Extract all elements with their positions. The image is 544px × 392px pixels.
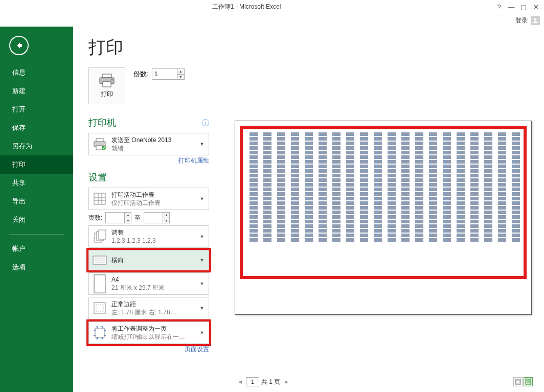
orientation-dropdown[interactable]: 横向 ▼	[88, 250, 209, 270]
prev-page-button[interactable]: ◀	[236, 378, 244, 386]
paper-size-dropdown[interactable]: A4 21 厘米 x 29.7 厘米 ▼	[88, 272, 209, 295]
print-button[interactable]: 打印	[88, 67, 125, 104]
orientation-highlight: 横向 ▼	[88, 250, 209, 270]
printer-status: 就绪	[111, 144, 198, 152]
chevron-down-icon: ▼	[198, 281, 206, 286]
sidebar-item-new[interactable]: 新建	[0, 82, 73, 100]
print-settings-panel: 打印 打印 份数: ▲▼ 打印机 i	[73, 27, 216, 392]
back-button[interactable]	[9, 36, 29, 55]
svg-point-4	[111, 79, 113, 80]
settings-section-heading: 设置	[88, 171, 209, 183]
chevron-down-icon: ▼	[198, 258, 206, 263]
scaling-dropdown[interactable]: 将工作表调整为一页 缩减打印输出以显示在一… ▼	[88, 321, 209, 344]
chevron-down-icon: ▼	[198, 234, 206, 239]
sidebar-item-close[interactable]: 关闭	[0, 211, 73, 229]
svg-rect-3	[103, 82, 111, 87]
preview-footer: ◀ 共 1 页 ▶	[225, 375, 535, 389]
printer-section-heading: 打印机 i	[88, 117, 209, 129]
minimize-button[interactable]: —	[505, 2, 517, 12]
backstage-content: 打印 打印 份数: ▲▼ 打印机 i	[73, 27, 544, 392]
svg-point-0	[534, 18, 537, 20]
svg-rect-16	[99, 230, 106, 239]
print-preview-panel: ◀ 共 1 页 ▶	[216, 27, 544, 392]
landscape-icon	[92, 252, 107, 268]
page-total-label: 共 1 页	[261, 378, 280, 386]
page-range-row: 页数: ▲▼ 至 ▲▼	[88, 212, 209, 223]
help-icon[interactable]: ?	[493, 2, 505, 12]
current-page-input[interactable]	[246, 377, 259, 386]
print-range-dropdown[interactable]: 打印活动工作表 仅打印活动工作表 ▼	[88, 188, 209, 210]
title-bar: 工作簿1 - Microsoft Excel ? — ▢ ✕	[0, 0, 544, 14]
backstage-main: 信息 新建 打开 保存 另存为 打印 共享 导出 关闭 帐户 选项 打印 打印	[0, 27, 544, 392]
show-margins-button[interactable]	[513, 377, 523, 386]
print-button-label: 打印	[101, 90, 113, 99]
sidebar-item-saveas[interactable]: 另存为	[0, 137, 73, 155]
pages-label: 页数:	[88, 214, 102, 222]
svg-rect-1	[102, 74, 111, 78]
copies-spinbox[interactable]: ▲▼	[152, 68, 185, 80]
printer-dropdown[interactable]: 发送至 OneNote 2013 就绪 ▼	[88, 133, 209, 155]
chevron-down-icon: ▼	[198, 196, 206, 201]
svg-rect-21	[94, 274, 105, 292]
copies-spinner[interactable]: ▲▼	[177, 69, 184, 79]
svg-rect-22	[94, 303, 105, 314]
collate-icon	[92, 229, 107, 244]
svg-rect-6	[96, 139, 103, 142]
svg-rect-26	[516, 380, 519, 383]
info-icon[interactable]: i	[202, 119, 209, 126]
sidebar-item-info[interactable]: 信息	[0, 63, 73, 82]
fit-to-page-icon	[92, 325, 107, 340]
zoom-controls	[513, 377, 533, 386]
page-from-input[interactable]: ▲▼	[105, 212, 131, 223]
printer-device-icon	[92, 136, 107, 152]
printer-icon	[98, 74, 116, 88]
close-button[interactable]: ✕	[530, 2, 542, 12]
chevron-down-icon: ▼	[198, 306, 206, 311]
copies-control: 份数: ▲▼	[133, 68, 185, 80]
preview-content	[250, 132, 520, 303]
sidebar-items: 信息 新建 打开 保存 另存为 打印 共享 导出 关闭 帐户 选项	[0, 63, 73, 276]
svg-rect-24	[95, 328, 104, 337]
account-bar: 登录	[0, 14, 544, 27]
sidebar-item-account[interactable]: 帐户	[0, 240, 73, 258]
sheet-icon	[92, 191, 107, 206]
backstage-sidebar: 信息 新建 打开 保存 另存为 打印 共享 导出 关闭 帐户 选项	[0, 27, 73, 392]
window-title: 工作簿1 - Microsoft Excel	[0, 3, 493, 11]
sidebar-item-options[interactable]: 选项	[0, 258, 73, 276]
svg-point-8	[102, 146, 106, 150]
window-controls: ? — ▢ ✕	[493, 2, 544, 12]
collate-dropdown[interactable]: 调整 1,2,3 1,2,3 1,2,3 ▼	[88, 225, 209, 248]
sidebar-item-print[interactable]: 打印	[0, 155, 73, 174]
chevron-down-icon: ▼	[198, 330, 206, 335]
avatar-icon[interactable]	[531, 16, 540, 25]
printer-properties-link[interactable]: 打印机属性	[178, 157, 209, 164]
page-title: 打印	[88, 36, 209, 59]
margins-icon	[92, 301, 107, 316]
sidebar-separator	[9, 234, 64, 235]
printer-name: 发送至 OneNote 2013	[111, 136, 198, 144]
print-action-row: 打印 份数: ▲▼	[88, 67, 209, 104]
zoom-to-page-button[interactable]	[524, 377, 533, 386]
preview-page	[235, 121, 532, 315]
sidebar-item-export[interactable]: 导出	[0, 192, 73, 211]
next-page-button[interactable]: ▶	[282, 378, 290, 386]
restore-button[interactable]: ▢	[517, 2, 530, 12]
copies-label: 份数:	[133, 70, 149, 79]
login-link[interactable]: 登录	[515, 16, 528, 25]
page-navigator: ◀ 共 1 页 ▶	[236, 377, 290, 386]
page-icon	[92, 276, 107, 291]
page-to-input[interactable]: ▲▼	[144, 212, 170, 223]
sidebar-item-save[interactable]: 保存	[0, 119, 73, 137]
margins-dropdown[interactable]: 正常边距 左: 1.78 厘米 右: 1.78… ▼	[88, 297, 209, 319]
preview-area	[225, 51, 535, 373]
scaling-highlight: 将工作表调整为一页 缩减打印输出以显示在一… ▼	[88, 321, 209, 344]
chevron-down-icon: ▼	[198, 142, 206, 147]
page-setup-link[interactable]: 页面设置	[185, 345, 209, 353]
svg-rect-9	[94, 193, 105, 204]
pages-to-label: 至	[134, 214, 141, 222]
copies-input[interactable]	[152, 69, 177, 79]
sidebar-item-share[interactable]: 共享	[0, 174, 73, 192]
svg-rect-28	[527, 380, 530, 383]
sidebar-item-open[interactable]: 打开	[0, 100, 73, 119]
